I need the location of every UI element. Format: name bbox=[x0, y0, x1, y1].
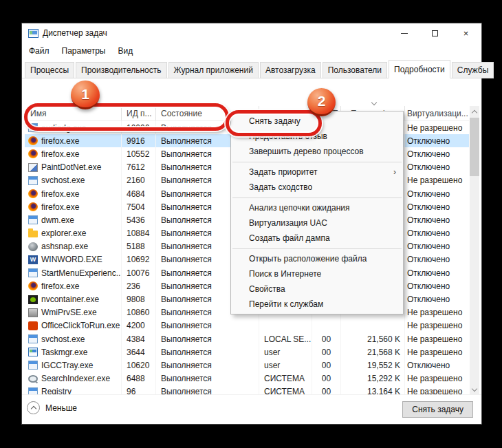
cell-virtualization: Отключено bbox=[405, 359, 469, 372]
maximize-icon bbox=[432, 30, 438, 36]
table-row[interactable]: svchost.exe4384ВыполняетсяLOCAL SE...002… bbox=[25, 332, 469, 345]
cell-status: Выполняется bbox=[156, 345, 259, 359]
scroll-down-button[interactable] bbox=[470, 383, 479, 394]
cell-name: IGCCTray.exe bbox=[25, 359, 122, 372]
process-name: WmiPrvSE.exe bbox=[41, 308, 97, 317]
cell-virtualization: Отключено bbox=[405, 227, 469, 240]
table-row[interactable]: SearchIndexer.exe6488ВыполняетсяСИСТЕМА0… bbox=[25, 372, 469, 385]
tab-6[interactable]: Службы bbox=[452, 62, 494, 78]
table-row[interactable]: Taskmgr.exe3644Выполняетсяuser0021,568 K… bbox=[25, 345, 469, 359]
minimize-button[interactable] bbox=[389, 23, 419, 43]
vertical-scrollbar[interactable] bbox=[470, 106, 479, 394]
context-menu-item-9[interactable]: Создать файл дампа bbox=[231, 231, 403, 246]
context-menu-item-14[interactable]: Перейти к службам bbox=[231, 297, 403, 312]
cell-virtualization: Отключено bbox=[405, 187, 469, 200]
footer-bar: Меньше Снять задачу bbox=[22, 394, 481, 424]
scrollbar-thumb[interactable] bbox=[470, 118, 479, 176]
context-menu-item-12[interactable]: Поиск в Интернете bbox=[231, 266, 403, 281]
chevron-up-icon bbox=[27, 401, 40, 414]
cell-cpu: 00 bbox=[312, 359, 341, 372]
menubar-item-2[interactable]: Вид bbox=[118, 44, 139, 58]
context-menu: Снять задачуПредоставить отзывЗавершить … bbox=[230, 111, 404, 314]
table-row[interactable]: OfficeClickToRun.exe4200ВыполняетсяНе ра… bbox=[25, 319, 469, 332]
tab-strip-container: ПроцессыПроизводительностьЖурнал приложе… bbox=[22, 59, 481, 80]
process-name: firefox.exe bbox=[41, 189, 79, 199]
context-menu-item-5[interactable]: Задать сходство bbox=[231, 180, 403, 195]
title-bar[interactable]: Диспетчер задач × bbox=[22, 23, 481, 43]
fewer-details-toggle[interactable]: Меньше bbox=[27, 401, 77, 414]
search-process-icon bbox=[28, 375, 38, 383]
process-name: dwm.exe bbox=[41, 215, 74, 225]
firefox-process-icon bbox=[28, 281, 38, 290]
scroll-up-button[interactable] bbox=[470, 106, 479, 118]
cell-pid: 5436 bbox=[122, 213, 156, 226]
cell-pid: 10692 bbox=[122, 253, 156, 266]
table-row[interactable]: Registry96ВыполняетсяСИСТЕМА0013,164 KНе… bbox=[25, 385, 469, 394]
cell-pid: 10884 bbox=[122, 227, 156, 240]
annotation-rect-end-task bbox=[226, 110, 322, 136]
maximize-button[interactable] bbox=[419, 23, 450, 43]
cell-name: OfficeClickToRun.exe bbox=[25, 319, 122, 332]
cell-virtualization: Не разрешено bbox=[405, 385, 469, 394]
tab-3[interactable]: Автозагрузка bbox=[260, 62, 321, 78]
win-process-icon bbox=[28, 334, 38, 343]
context-menu-item-8[interactable]: Виртуализация UAC bbox=[231, 215, 403, 231]
cell-virtualization: Отключено bbox=[405, 213, 469, 226]
cell-virtualization: Не разрешено bbox=[405, 332, 469, 345]
tab-2[interactable]: Журнал приложений bbox=[168, 62, 259, 78]
cell-pid: 10552 bbox=[122, 147, 156, 160]
process-name: svchost.exe bbox=[41, 334, 85, 344]
cell-name: Registry bbox=[25, 385, 122, 394]
cell-name: svchost.exe bbox=[25, 332, 122, 345]
context-menu-item-11[interactable]: Открыть расположение файла bbox=[231, 251, 403, 266]
context-menu-item-2[interactable]: Завершить дерево процессов bbox=[231, 144, 403, 159]
close-button[interactable]: × bbox=[450, 23, 481, 43]
tab-0[interactable]: Процессы bbox=[25, 62, 74, 78]
cell-virtualization: Отключено bbox=[405, 266, 469, 279]
cell-name: nvcontainer.exe bbox=[25, 292, 122, 306]
column-header-virt[interactable]: Виртуализаци... bbox=[405, 106, 469, 120]
tab-5[interactable]: Подробности bbox=[389, 60, 450, 78]
cell-cpu: 00 bbox=[312, 332, 341, 345]
menubar-item-0[interactable]: Файл bbox=[29, 44, 56, 58]
win-process-icon bbox=[28, 387, 38, 394]
cell-virtualization: Не разрешено bbox=[405, 372, 469, 385]
cell-user: СИСТЕМА bbox=[259, 385, 312, 394]
cell-name: Taskmgr.exe bbox=[25, 345, 122, 359]
end-task-button[interactable]: Снять задачу bbox=[402, 401, 473, 418]
close-icon: × bbox=[463, 28, 469, 39]
wmi-process-icon bbox=[28, 308, 38, 317]
context-menu-item-7[interactable]: Анализ цепочки ожидания bbox=[231, 200, 403, 215]
cell-pid: 96 bbox=[122, 385, 156, 394]
cell-name: firefox.exe bbox=[25, 200, 122, 213]
menu-separator bbox=[231, 159, 403, 164]
window-controls: × bbox=[389, 23, 481, 43]
table-row[interactable]: IGCCTray.exe10620Выполняетсяuser0019,552… bbox=[25, 359, 469, 372]
folder-process-icon bbox=[28, 231, 38, 237]
cell-status: Выполняется bbox=[156, 372, 259, 385]
cell-pid: 9808 bbox=[122, 292, 156, 306]
cell-name: WmiPrvSE.exe bbox=[25, 306, 122, 319]
cell-name: WWINWORD.EXE bbox=[25, 253, 122, 266]
cell-virtualization: Не разрешено bbox=[405, 319, 469, 332]
cell-pid: 10620 bbox=[122, 359, 156, 372]
snap-process-icon bbox=[28, 242, 38, 251]
nvidia-process-icon bbox=[28, 295, 38, 304]
tab-4[interactable]: Пользователи bbox=[323, 62, 387, 78]
cell-cpu: 00 bbox=[312, 345, 341, 359]
context-menu-item-4[interactable]: Задать приоритет› bbox=[231, 164, 403, 180]
cell-virtualization: Отключено bbox=[405, 134, 469, 147]
cell-status: Выполняется bbox=[156, 359, 259, 372]
cell-name: SearchIndexer.exe bbox=[25, 372, 122, 385]
cell-user: user bbox=[259, 359, 312, 372]
cell-virtualization: Не разрешено bbox=[405, 306, 469, 319]
cell-virtualization: Отключено bbox=[405, 240, 469, 253]
menubar-item-1[interactable]: Параметры bbox=[62, 44, 112, 58]
cell-virtualization: Отключено bbox=[405, 292, 469, 306]
context-menu-item-13[interactable]: Свойства bbox=[231, 281, 403, 297]
tab-1[interactable]: Производительность bbox=[76, 62, 166, 78]
process-name: OfficeClickToRun.exe bbox=[41, 321, 120, 330]
annotation-badge-1: 1 bbox=[71, 81, 100, 109]
cell-pid: 10860 bbox=[122, 306, 156, 319]
sort-descending-icon bbox=[372, 100, 379, 105]
